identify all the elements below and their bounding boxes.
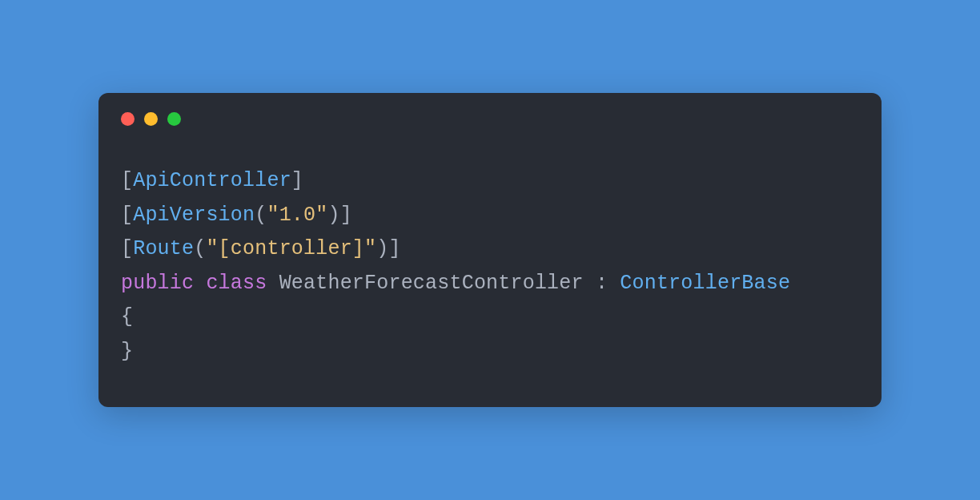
string-literal: "1.0": [267, 204, 327, 227]
bracket-open: [: [121, 169, 133, 192]
keyword-class: class: [206, 272, 267, 295]
attribute-name: ApiController: [133, 169, 291, 192]
window-maximize-dot[interactable]: [167, 112, 181, 126]
code-line-4: public class WeatherForecastController :…: [121, 267, 859, 301]
string-literal: "[controller]": [206, 237, 376, 260]
window-controls: [98, 93, 882, 126]
attribute-name: Route: [133, 237, 194, 260]
bracket-close: ]: [340, 204, 352, 227]
base-class-name: ControllerBase: [620, 272, 790, 295]
window-close-dot[interactable]: [121, 112, 135, 126]
code-window: [ApiController] [ApiVersion("1.0")] [Rou…: [98, 93, 882, 407]
space: [267, 272, 279, 295]
bracket-open: [: [121, 237, 133, 260]
brace-close: }: [121, 340, 133, 363]
code-line-6: }: [121, 335, 859, 369]
keyword-public: public: [121, 272, 194, 295]
class-name: WeatherForecastController: [279, 272, 584, 295]
code-line-5: {: [121, 300, 859, 335]
brace-open: {: [121, 305, 133, 329]
window-minimize-dot[interactable]: [144, 112, 158, 126]
code-line-2: [ApiVersion("1.0")]: [121, 199, 859, 233]
attribute-name: ApiVersion: [133, 204, 255, 227]
code-content: [ApiController] [ApiVersion("1.0")] [Rou…: [98, 126, 882, 407]
bracket-close: ]: [291, 169, 303, 192]
code-line-3: [Route("[controller]")]: [121, 232, 859, 267]
space: [608, 272, 620, 295]
colon: :: [596, 272, 608, 295]
code-line-1: [ApiController]: [121, 164, 859, 199]
bracket-close: ]: [388, 237, 400, 260]
paren-close: ): [327, 204, 339, 227]
space: [194, 272, 206, 295]
paren-open: (: [255, 204, 267, 227]
paren-close: ): [376, 237, 388, 260]
space: [584, 272, 596, 295]
paren-open: (: [194, 237, 206, 260]
bracket-open: [: [121, 204, 133, 227]
